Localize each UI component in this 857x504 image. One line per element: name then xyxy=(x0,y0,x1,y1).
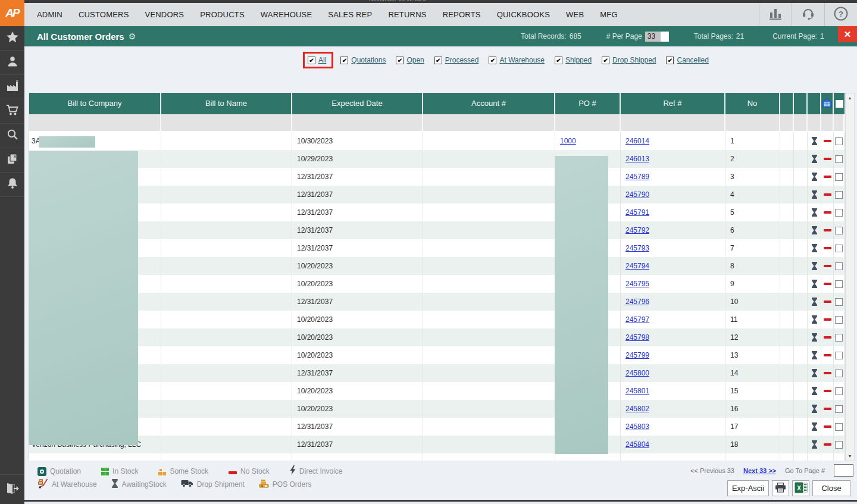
row-checkbox[interactable] xyxy=(835,370,843,377)
reports-chart-button[interactable] xyxy=(759,3,792,26)
grid-filter-cell[interactable] xyxy=(794,114,808,132)
nav-item-mfg[interactable]: MFG xyxy=(600,10,617,19)
ref-link[interactable]: 245800 xyxy=(625,369,649,377)
status-filter-cancelled[interactable]: ✔Cancelled xyxy=(666,56,708,64)
grid-filter-cell[interactable] xyxy=(29,114,161,132)
checkbox-quotations[interactable]: ✔ xyxy=(340,57,348,64)
ref-link[interactable]: 245790 xyxy=(625,190,649,199)
nav-item-sales-rep[interactable]: SALES REP xyxy=(328,10,372,19)
vertical-scrollbar[interactable]: ▲ ▼ xyxy=(845,93,855,461)
column-header-bill-to-name[interactable]: Bill to Name xyxy=(161,93,292,114)
grid-filter-cell[interactable] xyxy=(423,114,555,132)
row-checkbox[interactable] xyxy=(835,173,843,181)
print-button[interactable] xyxy=(772,480,789,496)
ref-link[interactable]: 245804 xyxy=(625,440,649,449)
ref-link[interactable]: 246014 xyxy=(625,137,649,145)
per-page-input[interactable]: 33 xyxy=(645,32,669,42)
row-checkbox[interactable] xyxy=(835,137,843,145)
row-checkbox[interactable] xyxy=(835,191,843,199)
row-checkbox[interactable] xyxy=(835,298,843,306)
grid-filter-cell[interactable] xyxy=(725,114,780,132)
status-filter-drop-shipped[interactable]: ✔Drop Shipped xyxy=(602,56,656,64)
row-checkbox[interactable] xyxy=(835,423,843,431)
checkbox-open[interactable]: ✔ xyxy=(396,57,404,64)
ref-link[interactable]: 245797 xyxy=(625,315,649,324)
exp-ascii-button[interactable]: Exp-Ascii xyxy=(727,480,769,496)
grid-filter-cell[interactable] xyxy=(834,114,845,132)
status-filter-quotations[interactable]: ✔Quotations xyxy=(340,56,386,64)
export-excel-button[interactable]: X xyxy=(792,480,809,496)
ref-link[interactable]: 245801 xyxy=(625,387,649,395)
grid-filter-cell[interactable] xyxy=(808,114,821,132)
status-filter-processed[interactable]: ✔Processed xyxy=(434,56,479,64)
close-button[interactable]: Close xyxy=(812,480,850,496)
column-header-account[interactable]: Account # xyxy=(423,93,555,114)
ref-link[interactable]: 245799 xyxy=(625,351,649,359)
checkbox-all[interactable]: ✔ xyxy=(308,57,315,64)
ref-link[interactable]: 245798 xyxy=(625,333,649,342)
sidebar-item-warehouse[interactable] xyxy=(0,75,24,99)
nav-item-products[interactable]: PRODUCTS xyxy=(200,10,245,19)
sidebar-item-search[interactable] xyxy=(0,124,24,148)
row-checkbox[interactable] xyxy=(835,334,843,342)
checkbox-cancelled[interactable]: ✔ xyxy=(666,57,674,64)
status-filter-open[interactable]: ✔Open xyxy=(396,56,424,64)
row-checkbox[interactable] xyxy=(835,227,843,234)
checkbox-drop-shipped[interactable]: ✔ xyxy=(602,57,609,64)
nav-item-warehouse[interactable]: WAREHOUSE xyxy=(261,10,312,19)
previous-page-link[interactable]: << Previous 33 xyxy=(690,467,734,474)
goto-page-input[interactable] xyxy=(834,464,853,477)
row-checkbox[interactable] xyxy=(835,387,843,395)
app-logo[interactable]: AP xyxy=(0,0,24,26)
sidebar-item-favorites[interactable] xyxy=(0,26,24,51)
row-checkbox[interactable] xyxy=(835,280,843,288)
sidebar-item-logout[interactable] xyxy=(0,474,24,504)
row-checkbox[interactable] xyxy=(835,405,843,413)
column-header-po[interactable]: PO # xyxy=(555,93,621,114)
row-checkbox[interactable] xyxy=(835,245,843,252)
row-checkbox[interactable] xyxy=(835,262,843,270)
row-checkbox[interactable] xyxy=(835,155,843,163)
gear-icon[interactable]: ⚙ xyxy=(129,32,136,41)
row-checkbox[interactable] xyxy=(835,316,843,324)
status-filter-shipped[interactable]: ✔Shipped xyxy=(555,56,592,64)
sidebar-item-notifications[interactable] xyxy=(0,173,24,197)
help-button[interactable]: ? xyxy=(824,3,857,26)
sidebar-item-customers[interactable] xyxy=(0,51,24,75)
checkbox-processed[interactable]: ✔ xyxy=(434,57,442,64)
scroll-up-arrow[interactable]: ▲ xyxy=(846,93,854,102)
nav-item-vendors[interactable]: VENDORS xyxy=(145,10,184,19)
ref-link[interactable]: 245802 xyxy=(625,405,649,413)
column-header-no[interactable]: No xyxy=(725,93,780,114)
nav-item-returns[interactable]: RETURNS xyxy=(388,10,426,19)
nav-item-quickbooks[interactable]: QUICKBOOKS xyxy=(497,10,550,19)
po-link[interactable]: 1000 xyxy=(560,137,576,145)
nav-item-admin[interactable]: ADMIN xyxy=(37,10,62,19)
ref-link[interactable]: 246013 xyxy=(625,155,649,163)
ref-link[interactable]: 245789 xyxy=(625,173,649,181)
column-header-ref[interactable]: Ref # xyxy=(621,93,725,114)
ref-link[interactable]: 245803 xyxy=(625,422,649,431)
nav-item-web[interactable]: WEB xyxy=(566,10,584,19)
ref-link[interactable]: 245791 xyxy=(625,208,649,217)
sidebar-item-documents[interactable] xyxy=(0,148,24,173)
row-checkbox[interactable] xyxy=(835,441,843,449)
column-header-bill-to-company[interactable]: Bill to Company xyxy=(29,93,161,114)
grid-filter-cell[interactable] xyxy=(621,114,725,132)
close-icon[interactable]: ✕ xyxy=(838,26,857,42)
ref-link[interactable]: 245796 xyxy=(625,298,649,306)
grid-filter-cell[interactable] xyxy=(555,114,621,132)
support-button[interactable] xyxy=(792,3,824,26)
next-page-link[interactable]: Next 33 >> xyxy=(743,467,776,474)
checkbox-at-warehouse[interactable]: ✔ xyxy=(489,57,496,64)
status-filter-all[interactable]: ✔All xyxy=(303,52,333,68)
ref-link[interactable]: 245793 xyxy=(625,244,649,252)
grid-filter-cell[interactable] xyxy=(292,114,423,132)
row-checkbox[interactable] xyxy=(835,352,843,359)
sidebar-item-orders[interactable] xyxy=(0,99,24,124)
select-all-checkbox[interactable] xyxy=(836,100,843,108)
row-checkbox[interactable] xyxy=(835,209,843,217)
ref-link[interactable]: 245795 xyxy=(625,280,649,288)
checkbox-shipped[interactable]: ✔ xyxy=(555,57,562,64)
grid-filter-cell[interactable] xyxy=(821,114,834,132)
